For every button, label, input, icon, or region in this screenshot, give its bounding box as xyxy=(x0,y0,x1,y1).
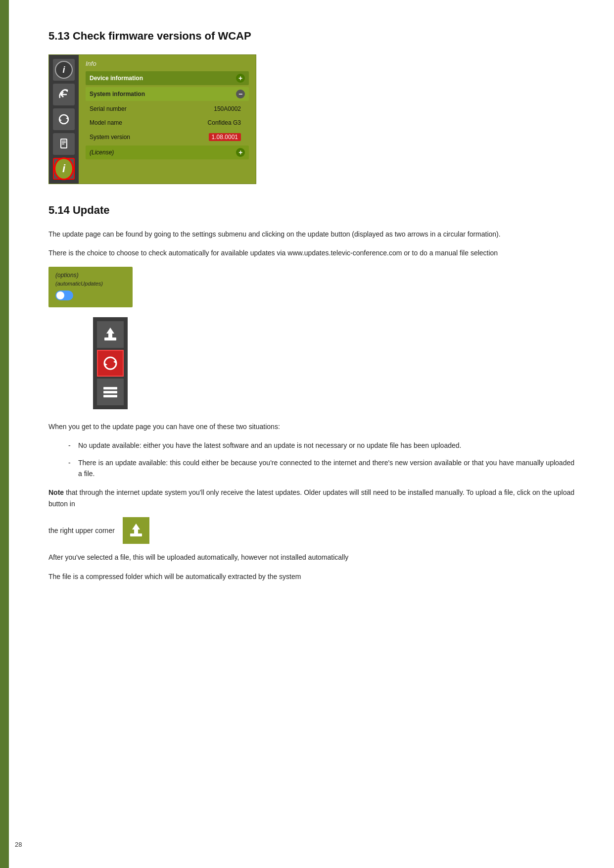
svg-rect-13 xyxy=(103,395,117,397)
info-icon-top: i xyxy=(53,59,75,81)
info-panel: i xyxy=(48,54,256,184)
icon-column: i xyxy=(49,55,79,184)
info-icon-bottom: i xyxy=(53,158,75,180)
system-info-label: System information xyxy=(90,91,236,97)
automatic-updates-toggle[interactable] xyxy=(55,290,73,300)
device-info-expand[interactable]: + xyxy=(236,74,245,83)
upload-button-inline[interactable] xyxy=(123,517,149,544)
svg-rect-12 xyxy=(103,391,117,393)
after-text: After you've selected a file, this will … xyxy=(48,552,574,563)
sidebar-bar xyxy=(0,0,9,868)
note-paragraph: Note that through the internet update sy… xyxy=(48,487,574,509)
section-14-heading: 5.14 Update xyxy=(48,204,574,217)
serial-number-label: Serial number xyxy=(90,105,214,112)
para-1: The update page can be found by going to… xyxy=(48,229,574,240)
settings-icon-box xyxy=(97,379,124,405)
section-14: 5.14 Update The update page can be found… xyxy=(48,204,574,582)
device-info-label: Device information xyxy=(90,75,236,82)
page-number: 28 xyxy=(15,841,22,848)
svg-marker-9 xyxy=(113,360,116,364)
section-13-heading: 5.13 Check firmware versions of WCAP xyxy=(48,30,574,43)
svg-rect-11 xyxy=(103,387,117,389)
license-expand[interactable]: + xyxy=(236,148,245,157)
upload-icon-box xyxy=(97,321,124,348)
sync-icon xyxy=(53,108,75,130)
svg-marker-10 xyxy=(104,363,107,366)
svg-rect-7 xyxy=(104,338,116,340)
model-name-label: Model name xyxy=(90,119,208,126)
options-subtitle: (automaticUpdates) xyxy=(55,281,126,287)
svg-rect-14 xyxy=(130,533,142,536)
svg-marker-8 xyxy=(106,328,114,338)
options-panel: (options) (automaticUpdates) xyxy=(48,267,133,307)
svg-marker-15 xyxy=(132,524,140,533)
serial-number-row: Serial number 150A0002 xyxy=(86,103,249,115)
file-text: The file is a compressed folder which wi… xyxy=(48,571,574,582)
svg-rect-3 xyxy=(61,139,67,148)
license-label: (License) xyxy=(90,149,236,156)
info-panel-container: i xyxy=(48,54,574,184)
model-name-value: Confidea G3 xyxy=(208,119,241,126)
para-2: There is the choice to choose to check a… xyxy=(48,247,574,258)
bullet-item-1: No update available: either you have the… xyxy=(68,440,574,451)
serial-number-value: 150A0002 xyxy=(214,105,241,112)
model-name-row: Model name Confidea G3 xyxy=(86,117,249,129)
sync-icon-box xyxy=(97,350,124,377)
system-version-value: 1.08.0001 xyxy=(209,133,241,141)
license-row: (License) + xyxy=(86,145,249,159)
info-panel-content: Info Device information + System informa… xyxy=(79,55,256,184)
situation-intro: When you get to the update page you can … xyxy=(48,421,574,432)
right-upper-corner-text: the right upper corner xyxy=(48,517,574,544)
update-icons-panel xyxy=(93,317,128,409)
note-bold: Note xyxy=(48,488,64,496)
bullet-item-2: There is an update available: this could… xyxy=(68,457,574,480)
back-arrow-icon xyxy=(53,84,75,105)
right-corner-label: the right upper corner xyxy=(48,525,115,536)
system-version-row: System version 1.08.0001 xyxy=(86,131,249,144)
system-info-row: System information − xyxy=(86,87,249,101)
svg-marker-2 xyxy=(59,119,62,121)
device-info-row: Device information + xyxy=(86,71,249,85)
note-text: that through the internet update system … xyxy=(48,488,574,507)
system-version-label: System version xyxy=(90,134,209,141)
system-info-collapse[interactable]: − xyxy=(236,90,245,98)
panel-title: Info xyxy=(86,60,249,67)
device-icon xyxy=(53,133,75,155)
options-title: (options) xyxy=(55,272,126,279)
bullet-list: No update available: either you have the… xyxy=(68,440,574,479)
